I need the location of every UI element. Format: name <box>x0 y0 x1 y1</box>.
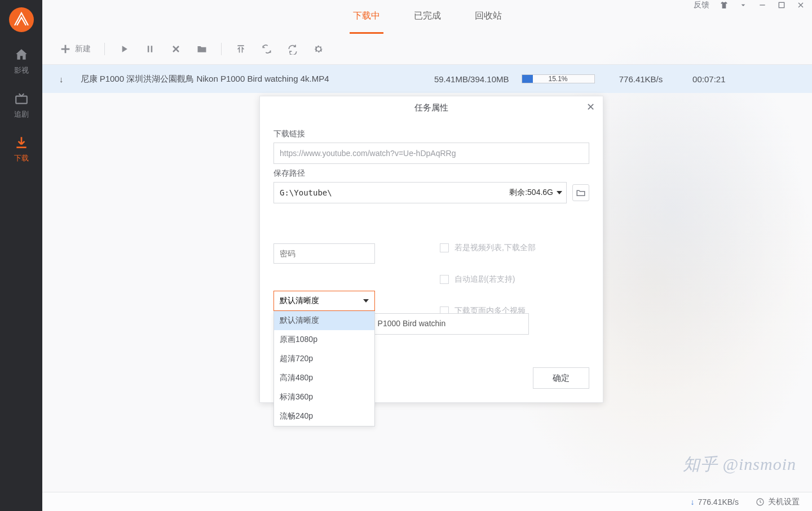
svg-point-0 <box>9 7 34 32</box>
window-controls: 反馈 <box>694 0 805 10</box>
home-icon <box>14 47 29 62</box>
quality-option[interactable]: 流畅240p <box>274 407 374 426</box>
tab-trash[interactable]: 回收站 <box>471 0 505 34</box>
close-icon[interactable] <box>796 1 805 10</box>
pause-icon <box>144 43 156 55</box>
chk-playlist-row[interactable]: 若是视频列表,下载全部 <box>440 243 536 253</box>
remain-space[interactable]: 剩余:504.6G <box>509 182 562 203</box>
sidebar-item-media[interactable]: 影视 <box>0 39 42 83</box>
checkbox-icon <box>440 243 449 252</box>
feedback-link[interactable]: 反馈 <box>694 0 709 10</box>
sidebar-item-label: 影视 <box>14 65 29 75</box>
minimize-icon[interactable] <box>758 1 767 10</box>
separator <box>221 43 222 55</box>
folder-open-icon <box>576 188 586 198</box>
progress-wrap: 15.1% <box>522 74 595 83</box>
quality-option[interactable]: 标清360p <box>274 388 374 407</box>
quality-option[interactable]: 默认清晰度 <box>274 311 374 330</box>
app-logo <box>0 0 42 39</box>
sidebar-item-label: 追剧 <box>14 109 29 119</box>
top-tabs: 下载中 已完成 回收站 <box>350 0 505 34</box>
skin-icon[interactable] <box>720 1 729 10</box>
new-task-label: 新建 <box>75 44 91 54</box>
progress-bar: 15.1% <box>522 74 595 83</box>
maximize-icon[interactable] <box>777 1 786 10</box>
path-label: 保存路径 <box>273 168 589 179</box>
gear-icon <box>313 43 324 55</box>
dialog-close-button[interactable]: ✕ <box>586 101 595 113</box>
chevron-down-icon <box>363 299 369 303</box>
path-row: 剩余:504.6G <box>273 182 589 203</box>
main-area: 下载中 已完成 回收站 反馈 新建 ↓ 尼康 P1000 深圳洪湖公園觀鳥 <box>42 0 812 511</box>
folder-icon <box>196 43 208 55</box>
menu-caret-icon[interactable] <box>739 1 748 10</box>
repeat-icon <box>261 43 272 55</box>
download-filename: 尼康 P1000 深圳洪湖公園觀鳥 Nikon P1000 Bird watch… <box>81 74 408 85</box>
delete-button[interactable] <box>165 40 187 58</box>
chk-playlist-label: 若是视频列表,下载全部 <box>454 243 536 253</box>
tv-icon <box>14 91 29 106</box>
new-task-button[interactable]: 新建 <box>54 39 96 59</box>
password-input[interactable] <box>273 243 375 264</box>
download-eta: 00:07:21 <box>675 74 726 84</box>
settings-button[interactable] <box>307 40 330 58</box>
sidebar-item-label: 下载 <box>14 153 29 163</box>
move-top-icon <box>235 43 246 55</box>
statusbar: ↓ 776.41KB/s 关机设置 <box>42 492 812 511</box>
url-label: 下载链接 <box>273 129 589 139</box>
refresh-button[interactable] <box>281 40 304 58</box>
refresh-icon <box>287 43 298 55</box>
browse-folder-button[interactable] <box>572 184 589 201</box>
svg-rect-2 <box>779 2 784 7</box>
open-folder-button[interactable] <box>191 40 213 58</box>
quality-option[interactable]: 原画1080p <box>274 330 374 349</box>
move-top-button[interactable] <box>230 40 252 58</box>
download-size: 59.41MB/394.10MB <box>408 74 509 84</box>
titlebar: 下载中 已完成 回收站 反馈 <box>42 0 812 34</box>
download-icon <box>14 135 29 150</box>
dialog-header: 任务属性 ✕ <box>260 96 603 119</box>
repeat-button[interactable] <box>255 40 278 58</box>
svg-rect-1 <box>16 96 27 104</box>
checkbox-icon <box>440 275 449 284</box>
quality-option[interactable]: 超清720p <box>274 349 374 368</box>
tab-downloading[interactable]: 下载中 <box>350 0 383 34</box>
chevron-down-icon <box>557 191 562 194</box>
separator <box>104 43 105 55</box>
watermark: 知乎 @insmoin <box>683 453 796 476</box>
sidebar: 影视 追剧 下载 <box>0 0 42 511</box>
start-button[interactable] <box>113 40 135 58</box>
chk-auto-row[interactable]: 自动追剧(若支持) <box>440 274 526 285</box>
download-arrow-icon: ↓ <box>59 74 64 84</box>
x-icon <box>170 43 182 55</box>
dialog-title: 任务属性 <box>414 103 448 113</box>
status-speed: ↓ 776.41KB/s <box>691 497 739 506</box>
quality-selected: 默认清晰度 <box>280 296 319 306</box>
play-icon <box>118 43 130 55</box>
tab-done[interactable]: 已完成 <box>411 0 444 34</box>
chk-auto-label: 自动追剧(若支持) <box>454 274 515 285</box>
download-row[interactable]: ↓ 尼康 P1000 深圳洪湖公園觀鳥 Nikon P1000 Bird wat… <box>42 65 812 93</box>
download-speed: 776.41KB/s <box>607 74 675 84</box>
task-properties-dialog: 任务属性 ✕ 下载链接 保存路径 剩余:504.6G <box>259 96 603 403</box>
dialog-row-pwd: 若是视频列表,下载全部 <box>273 243 589 264</box>
download-arrow-icon: ↓ <box>691 497 695 506</box>
clock-icon <box>756 497 765 506</box>
pause-button[interactable] <box>139 40 161 58</box>
sidebar-item-download[interactable]: 下载 <box>0 127 42 171</box>
ok-button[interactable]: 确定 <box>533 367 589 389</box>
quality-select[interactable]: 默认清晰度 默认清晰度 原画1080p 超清720p 高清480p 标清360p… <box>273 291 375 311</box>
shutdown-settings[interactable]: 关机设置 <box>756 497 800 507</box>
sidebar-item-series[interactable]: 追剧 <box>0 83 42 127</box>
quality-dropdown: 默认清晰度 原画1080p 超清720p 高清480p 标清360p 流畅240… <box>273 311 375 426</box>
progress-text: 15.1% <box>522 75 594 83</box>
plus-icon <box>59 43 72 55</box>
url-input[interactable] <box>273 143 589 164</box>
dialog-body: 下载链接 保存路径 剩余:504.6G <box>260 119 603 333</box>
quality-option[interactable]: 高清480p <box>274 368 374 388</box>
